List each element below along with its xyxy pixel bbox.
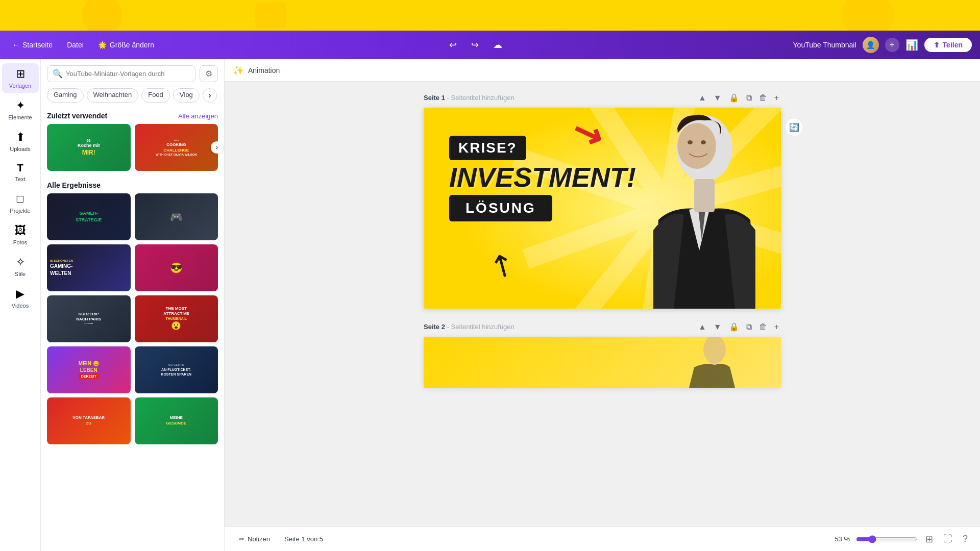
template-flight[interactable]: SO GEHTS AN FLUGTICKET- KOSTEN SPAREN xyxy=(135,346,218,393)
back-button[interactable]: ← Startseite xyxy=(8,39,57,51)
page-1-add[interactable]: + xyxy=(772,92,781,104)
tag-food[interactable]: Food xyxy=(141,88,170,103)
template-gesund[interactable]: MEINE GESUNDE xyxy=(135,397,218,444)
sidebar-item-projekte[interactable]: □ Projekte xyxy=(2,188,39,218)
page-2-copy[interactable]: ⧉ xyxy=(744,321,754,333)
template-thumb-cooking[interactable]: •••• COOKING CHALLENGE WITH CHEF OLIVIA … xyxy=(135,124,218,171)
tag-weihnachten[interactable]: Weihnachten xyxy=(87,88,139,103)
thumb-content-gaming-welten: IS SCHÖNSTEN GAMING- WELTEN xyxy=(47,244,131,291)
cloud-icon: ☁ xyxy=(493,39,502,51)
page-1-up[interactable]: ▲ xyxy=(696,92,708,104)
panel: 🔍 ⚙ Gaming Weihnachten Food Vlog › Zulet… xyxy=(41,59,225,551)
sidebar-item-elemente[interactable]: ✦ Elemente xyxy=(2,95,39,124)
thumb-content-tapas: VON TAPASBAR ZU xyxy=(47,397,131,444)
sidebar-item-vorlagen[interactable]: ⊞ Vorlagen xyxy=(2,63,39,93)
grid-button[interactable]: ⊞ xyxy=(923,532,935,547)
template-thumb-koche[interactable]: 👀 Koche mit MIR! xyxy=(47,124,131,171)
filter-button[interactable]: ⚙ xyxy=(200,65,218,82)
page-indicator: Seite 1 von 5 xyxy=(284,535,323,543)
sidebar-item-label-stile: Stile xyxy=(15,271,26,277)
all-results-title: Alle Ergebnisse xyxy=(47,181,101,189)
template-tapas[interactable]: VON TAPASBAR ZU xyxy=(47,397,131,444)
sidebar-item-videos[interactable]: ▶ Videos xyxy=(2,283,39,313)
sidebar-item-label-text: Text xyxy=(15,176,25,182)
photos-icon: 🖼 xyxy=(15,224,26,237)
search-icon: 🔍 xyxy=(53,69,63,79)
sidebar-item-stile[interactable]: ✧ Stile xyxy=(2,252,39,281)
resize-button[interactable]: 🌟 Größe ändern xyxy=(94,39,158,51)
template-gaming-welten[interactable]: IS SCHÖNSTEN GAMING- WELTEN xyxy=(47,244,131,291)
expand-button[interactable]: ⛶ xyxy=(941,532,954,546)
losung-label: LÖSUNG xyxy=(449,195,552,221)
page-1-header: Seite 1 - Seitentitel hinzufügen ▲ ▼ 🔒 ⧉… xyxy=(424,92,781,104)
thumb-content-koche: 👀 Koche mit MIR! xyxy=(47,124,131,171)
bottom-bar: ✏ Notizen Seite 1 von 5 53 % ⊞ ⛶ ? xyxy=(225,527,980,551)
search-input[interactable] xyxy=(66,70,190,78)
top-banner xyxy=(0,0,980,31)
tag-scroll-right[interactable]: › xyxy=(203,88,217,103)
refresh-button[interactable]: 🔄 xyxy=(785,118,803,136)
file-menu-button[interactable]: Datei xyxy=(63,39,88,51)
animation-label: Animation xyxy=(248,66,280,74)
share-button[interactable]: ⬆ Teilen xyxy=(924,38,972,52)
page-2-delete[interactable]: 🗑 xyxy=(757,321,769,333)
notes-button[interactable]: ✏ Notizen xyxy=(235,533,274,545)
canvas-frame-1[interactable]: ↘ ↖ KRISE? INVESTMENT! LÖSUNG xyxy=(424,108,781,309)
page2-bg xyxy=(424,337,781,388)
notes-label: Notizen xyxy=(248,535,270,543)
thumb-content-flight: SO GEHTS AN FLUGTICKET- KOSTEN SPAREN xyxy=(135,346,218,393)
add-collaborator-button[interactable]: + xyxy=(885,38,899,52)
recent-scroll-right[interactable]: › xyxy=(211,141,223,154)
save-button[interactable]: ☁ xyxy=(489,37,506,53)
file-label: Datei xyxy=(67,41,84,49)
tag-vlog[interactable]: Vlog xyxy=(173,88,200,103)
see-all-link[interactable]: Alle anzeigen xyxy=(178,112,218,120)
template-dark-gray[interactable]: 🎮 xyxy=(135,193,218,240)
thumb-content-dark: 🎮 xyxy=(135,193,218,240)
template-mein-leben[interactable]: MEIN 😊 LEBEN DERZEIT xyxy=(47,346,131,393)
zoom-label: 53 % xyxy=(835,535,850,543)
back-icon: ← xyxy=(12,41,19,49)
template-pink-gaming[interactable]: 😎 xyxy=(135,244,218,291)
redo-button[interactable]: ↪ xyxy=(467,37,483,53)
stats-button[interactable]: 📊 xyxy=(905,39,918,51)
sidebar-item-label-projekte: Projekte xyxy=(10,208,30,214)
sidebar-item-label-videos: Videos xyxy=(12,303,29,309)
recently-used-header: Zuletzt verwendet Alle anzeigen xyxy=(47,108,218,124)
svg-point-18 xyxy=(688,140,693,144)
video-icon: ▶ xyxy=(16,287,24,300)
page-2-down[interactable]: ▼ xyxy=(712,321,724,333)
page-2-add[interactable]: + xyxy=(772,321,781,333)
page-1-subtitle[interactable]: Seitentitel hinzufügen xyxy=(451,94,514,102)
zoom-slider[interactable] xyxy=(856,535,917,543)
page-2-label: Seite 2 - Seitentitel hinzufügen xyxy=(424,323,514,331)
page-2-up[interactable]: ▲ xyxy=(696,321,708,333)
page-1-down[interactable]: ▼ xyxy=(712,92,724,104)
template-gamer-strategie[interactable]: GAMER- STRATEGIE xyxy=(47,193,131,240)
help-button[interactable]: ? xyxy=(961,532,970,546)
canvas-scroll[interactable]: Seite 1 - Seitentitel hinzufügen ▲ ▼ 🔒 ⧉… xyxy=(225,82,980,527)
avatar[interactable]: 👤 xyxy=(863,37,879,53)
page-2-lock[interactable]: 🔒 xyxy=(727,321,741,333)
sidebar-item-uploads[interactable]: ⬆ Uploads xyxy=(2,127,39,156)
sidebar-item-fotos[interactable]: 🖼 Fotos xyxy=(2,220,39,249)
tag-gaming[interactable]: Gaming xyxy=(47,88,84,103)
page-1-copy[interactable]: ⧉ xyxy=(744,92,754,104)
page-1-lock[interactable]: 🔒 xyxy=(727,92,741,104)
template-paris[interactable]: KURZTRIP NACH PARIS •••••••• xyxy=(47,295,131,342)
notes-icon: ✏ xyxy=(239,535,244,543)
canvas-frame-2[interactable] xyxy=(424,337,781,388)
sidebar-item-label-vorlagen: Vorlagen xyxy=(9,83,31,89)
page-2-subtitle[interactable]: Seitentitel hinzufügen xyxy=(451,323,514,331)
thumb-content-pink: 😎 xyxy=(135,244,218,291)
page-1-controls: ▲ ▼ 🔒 ⧉ 🗑 + xyxy=(696,92,781,104)
page-1-delete[interactable]: 🗑 xyxy=(757,92,769,104)
search-input-wrap[interactable]: 🔍 xyxy=(47,65,195,82)
undo-button[interactable]: ↩ xyxy=(445,37,461,53)
styles-icon: ✧ xyxy=(16,256,25,269)
svg-point-1 xyxy=(82,0,122,31)
canvas-area: ✨ Animation Seite 1 - Seitentitel hinzuf… xyxy=(225,59,980,551)
template-attractive[interactable]: THE MOST ATTRACTIVE THUMBNAIL 😮 xyxy=(135,295,218,342)
redo-icon: ↪ xyxy=(471,39,479,51)
sidebar-item-text[interactable]: T Text xyxy=(2,158,39,186)
